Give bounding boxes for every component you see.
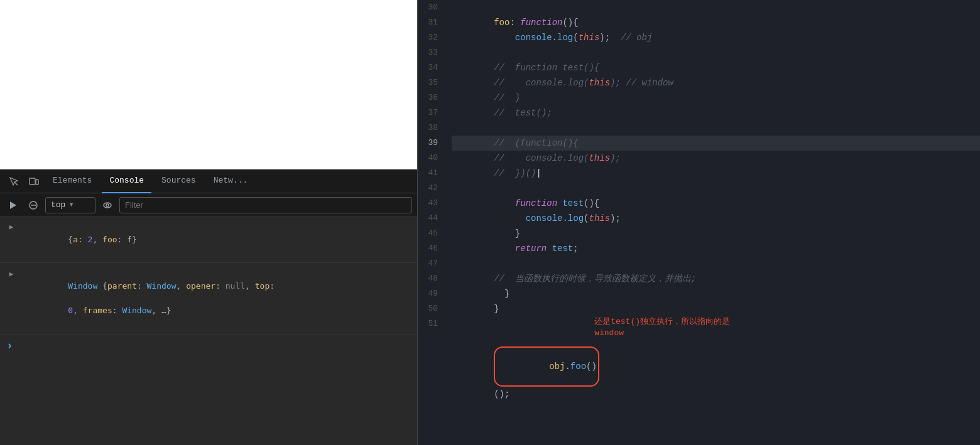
line-num-40: 40 (418, 151, 443, 166)
line-num-38: 38 (418, 121, 443, 136)
clear-console-icon[interactable] (25, 197, 41, 213)
line-num-42: 42 (418, 181, 443, 196)
prompt-symbol: › (6, 340, 13, 352)
code-line-45: return test; (452, 226, 980, 241)
code-area: 30 31 32 33 34 35 36 37 38 39 40 41 42 4… (418, 0, 980, 445)
line-num-30: 30 (418, 0, 443, 15)
circle-annotation: obj.foo() (494, 346, 599, 387)
code-line-50 (452, 301, 980, 316)
code-line-33: // function test(){ (452, 45, 980, 60)
tab-sources[interactable]: Sources (154, 169, 204, 193)
line-num-32: 32 (418, 30, 443, 45)
line-num-45: 45 (418, 226, 443, 241)
context-value: top (51, 200, 65, 210)
tab-network[interactable]: Netw... (206, 169, 256, 193)
right-panel: 30 31 32 33 34 35 36 37 38 39 40 41 42 4… (418, 0, 980, 445)
line-num-36: 36 (418, 90, 443, 105)
left-panel: Elements Console Sources Netw... (0, 0, 418, 445)
line-num-50: 50 (418, 301, 443, 316)
line-num-33: 33 (418, 45, 443, 60)
line-num-31: 31 (418, 15, 443, 30)
console-toolbar: top ▼ (0, 193, 417, 217)
tab-console[interactable]: Console (102, 169, 151, 193)
devtools-container: Elements Console Sources Netw... (0, 169, 417, 445)
expand-toggle-window[interactable]: ▶ (6, 269, 16, 279)
line-num-47: 47 (418, 256, 443, 271)
svg-rect-2 (36, 180, 38, 185)
devtools-tabs: Elements Console Sources Netw... (0, 169, 417, 193)
svg-point-7 (106, 204, 109, 206)
console-output: ▶ {a: 2, foo: f} ▶ Window {parent: Windo… (0, 217, 417, 445)
line-num-35: 35 (418, 75, 443, 90)
eye-icon[interactable] (99, 197, 116, 213)
line-num-46: 46 (418, 241, 443, 256)
console-entry-window: ▶ Window {parent: Window, opener: null, … (0, 263, 417, 335)
console-input-prompt[interactable]: › (0, 335, 417, 357)
browser-viewport (0, 0, 417, 169)
line-num-39: 39 (418, 136, 443, 151)
line-num-34: 34 (418, 60, 443, 75)
code-line-49: } 还是test()独立执行，所以指向的是 window (452, 286, 980, 301)
code-line-38: // (function(){ (452, 121, 980, 136)
expand-toggle[interactable]: ▶ (6, 222, 16, 232)
line-num-44: 44 (418, 211, 443, 226)
code-line-42: function test(){ (452, 181, 980, 196)
svg-marker-3 (10, 201, 16, 209)
svg-point-6 (104, 203, 111, 208)
console-entry-text: {a: 2, foo: f} (19, 221, 411, 258)
tab-elements[interactable]: Elements (45, 169, 99, 193)
inspect-element-icon[interactable] (5, 173, 23, 190)
line-num-48: 48 (418, 271, 443, 286)
svg-rect-1 (30, 178, 35, 185)
line-num-51: 51 (418, 316, 443, 331)
line-numbers: 30 31 32 33 34 35 36 37 38 39 40 41 42 4… (418, 0, 449, 445)
device-toolbar-icon[interactable] (25, 173, 43, 190)
line-num-41: 41 (418, 166, 443, 181)
console-entry: ▶ {a: 2, foo: f} (0, 217, 417, 262)
filter-input[interactable] (119, 197, 412, 213)
code-line-30: foo: function(){ (452, 0, 980, 15)
annotation-text: 还是test()独立执行，所以指向的是 window (594, 316, 730, 339)
line-num-49: 49 (418, 286, 443, 301)
context-selector[interactable]: top ▼ (45, 197, 95, 213)
code-content: foo: function(){ console.log(this); // o… (449, 0, 980, 445)
svg-line-0 (14, 182, 18, 185)
code-line-47: // 当函数执行的时候，导致函数被定义，并抛出; (452, 256, 980, 271)
line-num-43: 43 (418, 196, 443, 211)
execute-icon[interactable] (5, 197, 21, 213)
chevron-down-icon: ▼ (69, 201, 73, 208)
code-line-36: // test(); (452, 90, 980, 105)
console-entry-window-text: Window {parent: Window, opener: null, to… (19, 268, 411, 330)
line-num-37: 37 (418, 105, 443, 121)
